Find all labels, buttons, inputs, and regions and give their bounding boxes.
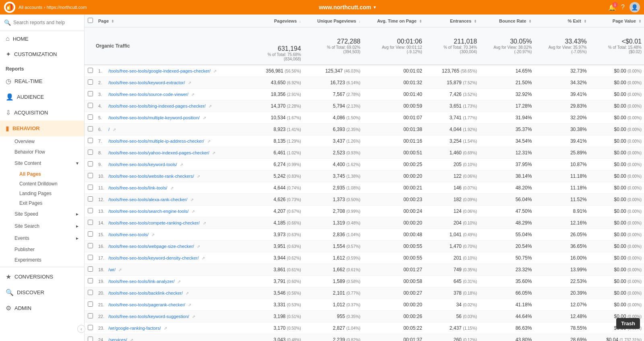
help-icon[interactable]: ? <box>621 4 625 11</box>
sidebar-search[interactable]: 🔍 Search reports and help <box>0 15 84 31</box>
page-link[interactable]: /tools/free-seo-tools/website-rank-check… <box>108 174 194 179</box>
external-link-icon[interactable]: ⇗ <box>186 291 189 295</box>
page-link[interactable]: /tools/free-seo-tools/source-code-viewer… <box>108 92 188 97</box>
entrances-col-header[interactable]: Entrances ⇕ <box>425 15 479 27</box>
sidebar-item-publisher[interactable]: Publisher <box>0 244 84 255</box>
external-link-icon[interactable]: ⇗ <box>192 314 195 319</box>
sidebar-item-customization[interactable]: ✦ CUSTOMIZATION <box>0 46 84 62</box>
external-link-icon[interactable]: ⇗ <box>188 81 191 85</box>
bounce-sort-icon[interactable]: ⇕ <box>528 19 532 23</box>
page-link[interactable]: / <box>108 127 109 132</box>
external-link-icon[interactable]: ⇗ <box>180 162 183 167</box>
external-link-icon[interactable]: ⇗ <box>192 209 195 214</box>
row-checkbox[interactable] <box>88 68 93 73</box>
row-checkbox[interactable] <box>88 173 93 178</box>
external-link-icon[interactable]: ⇗ <box>191 92 194 97</box>
external-link-icon[interactable]: ⇗ <box>151 233 155 237</box>
external-link-icon[interactable]: ⇗ <box>203 221 206 225</box>
external-link-icon[interactable]: ⇗ <box>213 69 217 73</box>
value-sort-icon[interactable]: ⇕ <box>638 19 642 23</box>
row-checkbox[interactable] <box>88 91 93 96</box>
page-link[interactable]: /tools/free-seo-tools/yahoo-indexed-page… <box>108 150 209 155</box>
external-link-icon[interactable]: ⇗ <box>203 116 206 120</box>
external-link-icon[interactable]: ⇗ <box>207 139 211 143</box>
row-checkbox[interactable] <box>88 208 93 213</box>
avgtime-col-header[interactable]: Avg. Time on Page ⇕ <box>363 15 424 27</box>
external-link-icon[interactable]: ⇗ <box>197 174 200 179</box>
external-link-icon[interactable]: ⇗ <box>164 326 167 331</box>
page-col-header[interactable]: Page ⇕ <box>96 15 249 27</box>
sidebar-site-speed-collapse[interactable]: Site Speed ▸ <box>0 208 84 220</box>
page-sort-icon[interactable]: ⇕ <box>111 19 114 23</box>
sidebar-events-collapse[interactable]: Events ▸ <box>0 232 84 244</box>
value-col-header[interactable]: Page Value ⇕ <box>589 15 644 27</box>
external-link-icon[interactable]: ⇗ <box>118 268 122 272</box>
sidebar-item-behavior-flow[interactable]: Behavior Flow <box>0 147 84 157</box>
site-dropdown-icon[interactable]: ▾ <box>374 4 376 10</box>
sidebar-item-behavior[interactable]: ▮ BEHAVIOR <box>0 121 84 136</box>
upv-sort-icon[interactable]: ↓ <box>359 19 361 23</box>
entrances-sort-icon[interactable]: ⇕ <box>474 19 477 23</box>
page-link[interactable]: /tools/free-seo-tools/multiple-ip-addres… <box>108 139 204 143</box>
external-link-icon[interactable]: ⇗ <box>197 244 200 249</box>
row-checkbox[interactable] <box>88 114 93 120</box>
bounce-col-header[interactable]: Bounce Rate ⇕ <box>479 15 534 27</box>
sidebar-item-discover[interactable]: 🔍 DISCOVER <box>0 285 84 300</box>
page-link[interactable]: /tools/free-seo-tools/compete-ranking-ch… <box>108 220 200 225</box>
row-checkbox[interactable] <box>88 266 93 272</box>
external-link-icon[interactable]: ⇗ <box>170 186 173 190</box>
row-checkbox[interactable] <box>88 337 93 341</box>
upv-col-header[interactable]: Unique Pageviews ↓ <box>303 15 363 27</box>
sidebar-item-all-pages[interactable]: All Pages <box>0 169 84 179</box>
page-link[interactable]: /tools/free-seo-tools/keyword-extractor/ <box>108 80 185 85</box>
external-link-icon[interactable]: ⇗ <box>190 198 194 202</box>
pageviews-sort-icon[interactable]: ↓ <box>299 19 301 23</box>
page-link[interactable]: /tools/free-seo-tools/pagerank-checker/ <box>108 302 185 307</box>
page-link[interactable]: /tools/free-seo-tools/webpage-size-check… <box>108 244 194 249</box>
sidebar-item-conversions[interactable]: ★ CONVERSIONS <box>0 269 84 285</box>
row-checkbox[interactable] <box>88 126 93 131</box>
page-link[interactable]: /tools/free-seo-tools/backlink-checker/ <box>108 291 183 295</box>
page-link[interactable]: /tools/free-seo-tools/search-engine-tool… <box>108 209 188 214</box>
sidebar-item-audience[interactable]: 👤 AUDIENCE <box>0 89 84 105</box>
select-all-checkbox[interactable] <box>88 18 93 23</box>
sidebar-site-search-collapse[interactable]: Site Search ▸ <box>0 220 84 232</box>
row-checkbox[interactable] <box>88 150 93 155</box>
exit-col-header[interactable]: % Exit ⇕ <box>534 15 589 27</box>
sidebar-item-realtime[interactable]: ◷ REAL-TIME <box>0 73 84 89</box>
row-checkbox[interactable] <box>88 301 93 307</box>
site-url[interactable]: https://northcutt.com <box>47 5 87 10</box>
page-link[interactable]: /tools/free-seo-tools/link-tools/ <box>108 185 167 190</box>
row-checkbox[interactable] <box>88 255 93 260</box>
notification-bell-icon[interactable]: 🔔 1 <box>608 4 616 11</box>
sidebar-item-overview[interactable]: Overview <box>0 136 84 147</box>
sidebar-collapse-button[interactable]: ‹ <box>77 325 85 333</box>
pageviews-col-header[interactable]: Pageviews ↓ <box>249 15 303 27</box>
external-link-icon[interactable]: ⇗ <box>188 303 191 307</box>
page-link[interactable]: /tools/free-seo-tools/keyword-density-ch… <box>108 256 198 260</box>
account-label[interactable]: All accounts <box>19 5 42 10</box>
external-link-icon[interactable]: ⇗ <box>212 151 215 155</box>
row-checkbox[interactable] <box>88 103 93 108</box>
sidebar-item-landing-pages[interactable]: Landing Pages <box>0 189 84 198</box>
sidebar-item-home[interactable]: ⌂ HOME <box>0 31 84 46</box>
external-link-icon[interactable]: ⇗ <box>202 256 205 260</box>
sidebar-item-exit-pages[interactable]: Exit Pages <box>0 198 84 208</box>
row-checkbox[interactable] <box>88 161 93 166</box>
page-link[interactable]: /tools/free-seo-tools/google-indexed-pag… <box>108 69 211 73</box>
external-link-icon[interactable]: ⇗ <box>208 104 212 108</box>
row-checkbox[interactable] <box>88 79 93 85</box>
row-checkbox[interactable] <box>88 220 93 225</box>
row-checkbox[interactable] <box>88 231 93 237</box>
row-checkbox[interactable] <box>88 185 93 190</box>
row-checkbox[interactable] <box>88 278 93 283</box>
page-link[interactable]: /tools/free-seo-tools/keyword-tools/ <box>108 162 177 167</box>
row-checkbox[interactable] <box>88 325 93 330</box>
sidebar-item-experiments[interactable]: Experiments <box>0 255 84 265</box>
page-link[interactable]: /tools/free-seo-tools/alexa-rank-checker… <box>108 197 187 202</box>
row-checkbox[interactable] <box>88 196 93 202</box>
row-checkbox[interactable] <box>88 243 93 248</box>
page-link[interactable]: /tools/free-seo-tools/link-analyzer/ <box>108 279 174 284</box>
page-link[interactable]: /services/ <box>108 337 127 341</box>
external-link-icon[interactable]: ⇗ <box>113 127 116 132</box>
